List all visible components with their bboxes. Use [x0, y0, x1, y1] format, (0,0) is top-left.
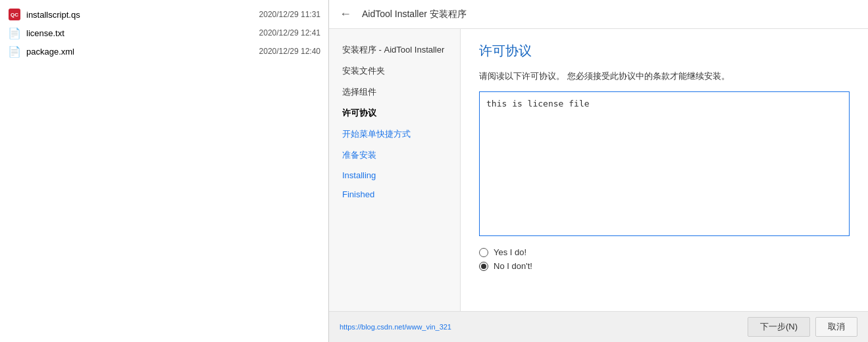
license-text-area[interactable]	[479, 91, 850, 236]
back-button[interactable]: ←	[340, 7, 351, 21]
footer-url: https://blog.csdn.net/www_vin_321	[340, 323, 451, 331]
nav-item[interactable]: 开始菜单快捷方式	[329, 124, 460, 145]
radio-label: No I don't!	[494, 261, 532, 271]
radio-group: Yes I do!No I don't!	[479, 247, 850, 271]
radio-circle	[479, 248, 488, 257]
file-item[interactable]: 📄 license.txt 2020/12/29 12:41	[0, 24, 328, 42]
xml-icon: 📄	[8, 45, 21, 58]
content-title: 许可协议	[479, 42, 850, 60]
radio-label: Yes I do!	[494, 247, 526, 257]
content-desc: 请阅读以下许可协议。 您必须接受此协议中的条款才能继续安装。	[479, 70, 850, 82]
file-name: package.xml	[26, 47, 259, 57]
file-date: 2020/12/29 11:31	[259, 10, 320, 19]
installer-nav: 安装程序 - AidTool Installer安装文件夹选择组件许可协议开始菜…	[329, 29, 461, 311]
nav-item[interactable]: Finished	[329, 185, 460, 204]
installer-panel: ← AidTool Installer 安装程序 安装程序 - AidTool …	[329, 0, 868, 342]
nav-item[interactable]: 准备安装	[329, 145, 460, 166]
installer-header: ← AidTool Installer 安装程序	[329, 0, 868, 29]
file-date: 2020/12/29 12:40	[259, 47, 320, 56]
installer-footer: https://blog.csdn.net/www_vin_321 下一步(N)…	[329, 311, 868, 342]
nav-item[interactable]: 选择组件	[329, 82, 460, 103]
next-button[interactable]: 下一步(N)	[748, 317, 810, 337]
radio-item[interactable]: No I don't!	[479, 261, 850, 271]
file-date: 2020/12/29 12:41	[259, 28, 320, 37]
radio-circle	[479, 262, 488, 271]
qs-icon: QC	[8, 8, 21, 21]
file-name: installscript.qs	[26, 10, 259, 20]
cancel-button[interactable]: 取消	[815, 317, 857, 337]
file-name: license.txt	[26, 28, 259, 38]
nav-item[interactable]: 安装文件夹	[329, 61, 460, 82]
file-item[interactable]: 📄 package.xml 2020/12/29 12:40	[0, 42, 328, 61]
installer-title: AidTool Installer 安装程序	[362, 9, 467, 20]
file-explorer: QC installscript.qs 2020/12/29 11:31 📄 l…	[0, 0, 329, 342]
nav-item[interactable]: 许可协议	[329, 103, 460, 124]
nav-item[interactable]: Installing	[329, 166, 460, 185]
installer-body: 安装程序 - AidTool Installer安装文件夹选择组件许可协议开始菜…	[329, 29, 868, 311]
nav-item[interactable]: 安装程序 - AidTool Installer	[329, 39, 460, 61]
radio-item[interactable]: Yes I do!	[479, 247, 850, 257]
installer-content: 许可协议 请阅读以下许可协议。 您必须接受此协议中的条款才能继续安装。 Yes …	[461, 29, 868, 311]
txt-icon: 📄	[8, 26, 21, 39]
file-item[interactable]: QC installscript.qs 2020/12/29 11:31	[0, 5, 328, 24]
